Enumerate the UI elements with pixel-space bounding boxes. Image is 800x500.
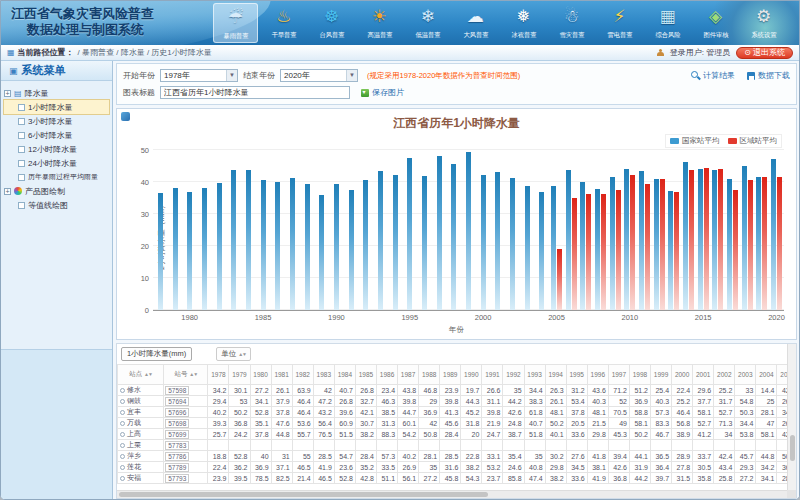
station-radio[interactable] bbox=[120, 399, 125, 404]
expand-icon[interactable]: + bbox=[4, 188, 11, 195]
station-id: 57598 bbox=[165, 386, 189, 395]
value-cell: 38.2 bbox=[355, 429, 376, 440]
table-row[interactable]: 宜丰5769640.250.252.837.846.443.239.642.13… bbox=[118, 407, 798, 418]
chart-title-input[interactable] bbox=[160, 86, 350, 99]
checkbox-icon[interactable] bbox=[18, 146, 25, 153]
expand-icon[interactable]: + bbox=[4, 90, 11, 97]
station-radio[interactable] bbox=[120, 476, 125, 481]
sidebar-item-12小时降水量[interactable]: 12小时降水量 bbox=[4, 142, 109, 156]
vscroll-thumb[interactable] bbox=[790, 435, 795, 461]
checkbox-icon[interactable] bbox=[18, 118, 25, 125]
station-id: 57786 bbox=[165, 452, 189, 461]
legend-item-国家站平均[interactable]: 国家站平均 bbox=[670, 136, 720, 146]
value-cell bbox=[735, 440, 756, 451]
table-row[interactable]: 修水5759834.230.127.226.163.94240.726.823.… bbox=[118, 385, 798, 396]
station-id-column-header[interactable]: 站号 ▲▼ bbox=[164, 365, 208, 385]
value-cell: 40.8 bbox=[524, 462, 545, 473]
station-radio[interactable] bbox=[120, 388, 125, 393]
toolbar-item-map-audit[interactable]: ◈图件审核 bbox=[693, 3, 738, 43]
tree-group-1[interactable]: +产品图绘制 bbox=[4, 184, 109, 198]
save-image-button[interactable]: 保存图片 bbox=[361, 87, 404, 98]
value-cell: 53.2 bbox=[482, 462, 503, 473]
value-cell: 51.8 bbox=[524, 429, 545, 440]
toolbar-item-settings[interactable]: ⚙系统设置 bbox=[741, 3, 786, 43]
table-row[interactable]: 万载5769839.336.835.147.653.656.460.930.73… bbox=[118, 418, 798, 429]
legend-item-区域站平均[interactable]: 区域站平均 bbox=[728, 136, 778, 146]
station-radio[interactable] bbox=[120, 465, 125, 470]
bar-group-2019 bbox=[755, 151, 770, 310]
year-column-header: 1995 bbox=[566, 365, 587, 385]
toolbar-item-low-temp[interactable]: ❄低温普查 bbox=[405, 3, 450, 43]
sidebar-item-24小时降水量[interactable]: 24小时降水量 bbox=[4, 156, 109, 170]
calculator-icon: ▦ bbox=[659, 4, 675, 30]
checkbox-icon[interactable] bbox=[18, 104, 25, 111]
table-row[interactable]: 铜鼓5769429.45334.137.946.447.226.832.746.… bbox=[118, 396, 798, 407]
vertical-scrollbar[interactable] bbox=[787, 344, 796, 490]
bar-national-2011 bbox=[639, 171, 644, 310]
end-year-select[interactable]: 2020年 ▼ bbox=[280, 69, 358, 82]
station-radio[interactable] bbox=[120, 410, 125, 415]
station-radio[interactable] bbox=[120, 421, 125, 426]
tree-group-0[interactable]: +▤降水量 bbox=[4, 86, 109, 100]
station-radio[interactable] bbox=[120, 443, 125, 448]
bar-national-1988 bbox=[305, 184, 310, 310]
bar-group-2002 bbox=[505, 151, 520, 310]
bar-national-1983 bbox=[231, 170, 236, 310]
toolbar-item-lightning[interactable]: ⚡雷电普查 bbox=[597, 3, 642, 43]
bar-national-1979 bbox=[173, 188, 178, 310]
bar-regional-2014 bbox=[689, 170, 694, 310]
start-year-select[interactable]: 1978年 ▼ bbox=[160, 69, 238, 82]
station-column-header[interactable]: 站点 ▲▼ bbox=[118, 365, 164, 385]
sidebar-item-3小时降水量[interactable]: 3小时降水量 bbox=[4, 114, 109, 128]
high-temp-icon: ☀ bbox=[372, 4, 387, 30]
value-cell: 27.2 bbox=[419, 473, 440, 484]
sidebar-item-历年暴雨过程平均雨量[interactable]: 历年暴雨过程平均雨量 bbox=[4, 170, 109, 184]
value-cell: 31.2 bbox=[566, 385, 587, 396]
data-download-button[interactable]: 数据下载 bbox=[747, 70, 790, 81]
bar-group-2017 bbox=[725, 151, 740, 310]
hscroll-thumb[interactable] bbox=[119, 492, 488, 497]
table-row[interactable]: 安福5779323.939.578.582.521.446.552.842.85… bbox=[118, 473, 798, 484]
value-cell: 53.6 bbox=[292, 418, 313, 429]
toolbar-item-label: 冰雹普查 bbox=[511, 31, 536, 40]
table-row[interactable]: 莲花5778922.436.236.937.146.541.923.635.23… bbox=[118, 462, 798, 473]
bar-group-2007 bbox=[578, 151, 593, 310]
logout-button[interactable]: ⊙ 退出系统 bbox=[736, 47, 793, 59]
bar-national-1990 bbox=[334, 184, 339, 310]
table-row[interactable]: 上栗57783 bbox=[118, 440, 798, 451]
toolbar-item-drought[interactable]: ♨干旱普查 bbox=[261, 3, 306, 43]
checkbox-icon[interactable] bbox=[18, 202, 25, 209]
toolbar-item-rainstorm[interactable]: ☔暴雨普查 bbox=[213, 3, 258, 43]
checkbox-icon[interactable] bbox=[18, 160, 25, 167]
unit-dropdown[interactable]: 单位 ▲▼ bbox=[216, 347, 251, 361]
checkbox-icon[interactable] bbox=[18, 132, 25, 139]
year-column-header: 1996 bbox=[587, 365, 608, 385]
toolbar-item-wind[interactable]: ☁大风普查 bbox=[453, 3, 498, 43]
value-cell: 31.5 bbox=[672, 473, 693, 484]
toolbar-item-calculator[interactable]: ▦综合风险 bbox=[645, 3, 690, 43]
toolbar-item-typhoon[interactable]: ☸台风普查 bbox=[309, 3, 354, 43]
table-row[interactable]: 上高5769925.724.237.844.855.776.551.538.28… bbox=[118, 429, 798, 440]
toolbar-item-snow[interactable]: ☃雪灾普查 bbox=[549, 3, 594, 43]
bar-group-1988 bbox=[300, 151, 315, 310]
sidebar-item-6小时降水量[interactable]: 6小时降水量 bbox=[4, 128, 109, 142]
checkbox-icon[interactable] bbox=[18, 174, 25, 181]
value-cell: 28.9 bbox=[672, 451, 693, 462]
value-cell: 14.4 bbox=[756, 385, 777, 396]
value-cell: 36.2 bbox=[229, 462, 250, 473]
station-radio[interactable] bbox=[120, 432, 125, 437]
toolbar-item-hail[interactable]: ❅冰雹普查 bbox=[501, 3, 546, 43]
value-cell: 49 bbox=[608, 418, 629, 429]
sidebar-item-等值线绘图[interactable]: 等值线绘图 bbox=[4, 198, 109, 212]
station-radio[interactable] bbox=[120, 454, 125, 459]
value-cell: 20.5 bbox=[566, 418, 587, 429]
value-cell: 38.5 bbox=[376, 407, 397, 418]
horizontal-scrollbar[interactable] bbox=[117, 490, 787, 498]
value-cell: 51.1 bbox=[376, 473, 397, 484]
value-cell: 71.2 bbox=[608, 385, 629, 396]
calc-result-button[interactable]: 计算结果 bbox=[691, 70, 735, 81]
value-cell bbox=[482, 440, 503, 451]
sidebar-item-1小时降水量[interactable]: 1小时降水量 bbox=[4, 100, 109, 114]
toolbar-item-high-temp[interactable]: ☀高温普查 bbox=[357, 3, 402, 43]
table-row[interactable]: 萍乡5778618.852.840315528.554.728.457.340.… bbox=[118, 451, 798, 462]
